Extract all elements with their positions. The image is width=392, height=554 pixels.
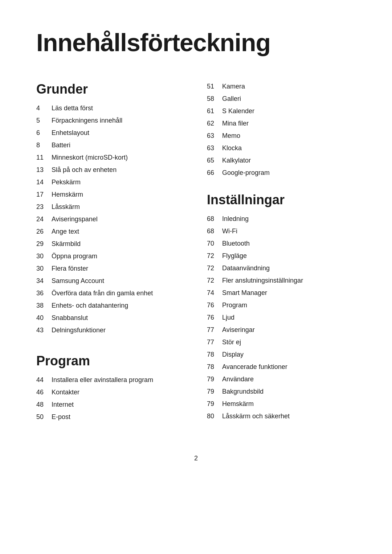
list-item: 63Memo	[207, 131, 356, 141]
list-item: 23Låsskärm	[36, 202, 185, 212]
toc-text: Ange text	[52, 227, 79, 237]
toc-text: Öppna program	[52, 251, 97, 261]
toc-text: Användare	[222, 374, 254, 384]
toc-text: Display	[222, 350, 244, 360]
list-item: 51Kamera	[207, 82, 356, 91]
list-item: 61S Kalender	[207, 106, 356, 116]
list-item: 79Bakgrundsbild	[207, 387, 356, 397]
list-item: 50E-post	[36, 412, 185, 422]
toc-text: E-post	[52, 412, 70, 422]
toc-num: 30	[36, 251, 52, 261]
list-item: 40Snabbanslut	[36, 313, 185, 323]
section-title-grunder: Grunder	[36, 82, 185, 97]
toc-text: Låsskärm och säkerhet	[222, 411, 290, 421]
list-item: 68Inledning	[207, 214, 356, 224]
toc-text: Program	[222, 300, 247, 310]
toc-text: Batteri	[52, 140, 70, 150]
list-item: 76Program	[207, 300, 356, 310]
toc-text: Läs detta först	[52, 103, 93, 113]
toc-text: Galleri	[222, 94, 241, 104]
toc-num: 77	[207, 325, 222, 335]
toc-num: 65	[207, 156, 222, 165]
toc-text: Skärmbild	[52, 239, 81, 249]
toc-text: Hemskärm	[222, 399, 254, 409]
list-item: 30Flera fönster	[36, 264, 185, 274]
toc-num: 79	[207, 399, 222, 409]
toc-num: 63	[207, 143, 222, 153]
toc-num: 48	[36, 400, 52, 410]
list-item: 79Hemskärm	[207, 399, 356, 409]
toc-text: Internet	[52, 400, 74, 410]
toc-text: Aviseringspanel	[52, 214, 98, 224]
list-item: 30Öppna program	[36, 251, 185, 261]
list-item: 29Skärmbild	[36, 239, 185, 249]
list-item: 58Galleri	[207, 94, 356, 104]
list-item: 8Batteri	[36, 140, 185, 150]
toc-num: 78	[207, 350, 222, 360]
toc-num: 30	[36, 264, 52, 274]
list-item: 6Enhetslayout	[36, 128, 185, 138]
toc-num: 4	[36, 103, 52, 113]
toc-text: Wi-Fi	[222, 226, 237, 236]
toc-num: 34	[36, 276, 52, 286]
toc-num: 26	[36, 227, 52, 237]
toc-num: 79	[207, 374, 222, 384]
page-title: Innehållsförteckning	[36, 29, 356, 56]
list-item: 14Pekskärm	[36, 177, 185, 187]
list-item: 74Smart Manager	[207, 288, 356, 298]
toc-num: 62	[207, 119, 222, 128]
toc-num: 66	[207, 168, 222, 178]
toc-num: 68	[207, 214, 222, 224]
toc-text: Kontakter	[52, 387, 79, 397]
toc-num: 14	[36, 177, 52, 187]
toc-text: Låsskärm	[52, 202, 80, 212]
toc-text: Dataanvändning	[222, 263, 270, 273]
toc-num: 72	[207, 276, 222, 286]
toc-text: Bluetooth	[222, 239, 250, 249]
toc-text: Enhetslayout	[52, 128, 89, 138]
section-title-installningar: Inställningar	[207, 192, 356, 208]
list-item: 78Avancerade funktioner	[207, 362, 356, 372]
list-item: 78Display	[207, 350, 356, 360]
toc-text: Enhets- och datahantering	[52, 301, 128, 311]
toc-text: Bakgrundsbild	[222, 387, 264, 397]
list-item: 68Wi-Fi	[207, 226, 356, 236]
list-item: 48Internet	[36, 400, 185, 410]
list-item: 66Google-program	[207, 168, 356, 178]
list-item: 17Hemskärm	[36, 190, 185, 200]
grunder-list: 4Läs detta först5Förpackningens innehåll…	[36, 103, 185, 335]
toc-num: 46	[36, 387, 52, 397]
toc-num: 5	[36, 116, 52, 126]
toc-text: Mina filer	[222, 119, 249, 128]
list-item: 70Bluetooth	[207, 239, 356, 249]
toc-num: 74	[207, 288, 222, 298]
section-title-program: Program	[36, 353, 185, 369]
toc-num: 23	[36, 202, 52, 212]
list-item: 80Låsskärm och säkerhet	[207, 411, 356, 421]
toc-text: Smart Manager	[222, 288, 267, 298]
toc-num: 24	[36, 214, 52, 224]
list-item: 62Mina filer	[207, 119, 356, 128]
toc-num: 79	[207, 387, 222, 397]
list-item: 63Klocka	[207, 143, 356, 153]
toc-text: Flera fönster	[52, 264, 88, 274]
list-item: 13Slå på och av enheten	[36, 165, 185, 175]
toc-text: Snabbanslut	[52, 313, 88, 323]
toc-num: 77	[207, 337, 222, 347]
list-item: 4Läs detta först	[36, 103, 185, 113]
list-item: 34Samsung Account	[36, 276, 185, 286]
toc-num: 36	[36, 288, 52, 298]
toc-text: Kamera	[222, 82, 245, 91]
toc-text: Flygläge	[222, 251, 247, 261]
toc-text: Ljud	[222, 313, 234, 323]
toc-text: Inledning	[222, 214, 249, 224]
toc-num: 29	[36, 239, 52, 249]
toc-num: 70	[207, 239, 222, 249]
list-item: 11Minneskort (microSD-kort)	[36, 153, 185, 163]
toc-text: Stör ej	[222, 337, 241, 347]
toc-num: 38	[36, 301, 52, 311]
toc-text: Kalkylator	[222, 156, 251, 165]
list-item: 72Flygläge	[207, 251, 356, 261]
list-item: 77Aviseringar	[207, 325, 356, 335]
toc-num: 6	[36, 128, 52, 138]
